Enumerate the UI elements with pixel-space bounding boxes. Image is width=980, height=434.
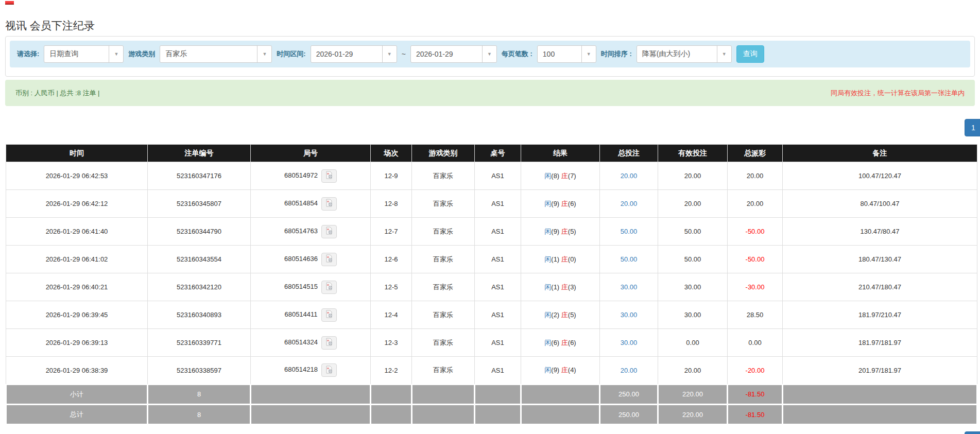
notice-text: 同局有效投注，统一计算在该局第一张注单内 (831, 89, 965, 98)
table-row: 2026-01-29 06:39:45523160340893680514411… (6, 301, 977, 329)
footer-empty-cell (251, 405, 371, 425)
film-reel-icon (325, 227, 333, 236)
video-replay-button[interactable] (321, 363, 337, 377)
page-size-select[interactable]: 100 ▼ (537, 45, 596, 63)
footer-empty-cell (412, 385, 475, 405)
cell-session: 12-5 (371, 273, 412, 301)
cell-time: 2026-01-29 06:39:13 (6, 329, 148, 357)
table-row: 2026-01-29 06:41:02523160343554680514636… (6, 246, 977, 273)
film-reel-icon (325, 282, 333, 292)
cell-round-no: 680514854 (251, 190, 371, 218)
chevron-down-icon: ▼ (581, 46, 596, 62)
cell-valid-bet: 20.00 (658, 357, 728, 385)
time-sort-select[interactable]: 降冪(由大到小) ▼ (637, 45, 732, 63)
footer-empty-cell (412, 405, 475, 425)
total-bet-link[interactable]: 30.00 (621, 339, 638, 346)
header-valid-bet: 有效投注 (658, 145, 728, 162)
cell-result: 闲(8) 庄(7) (521, 162, 600, 190)
total-bet-link[interactable]: 30.00 (621, 283, 638, 291)
video-replay-button[interactable] (321, 197, 337, 211)
table-row: 2026-01-29 06:41:40523160344790680514763… (6, 218, 977, 246)
cell-round-no: 680514763 (251, 218, 371, 246)
game-category-label: 游戏类别 (128, 49, 155, 59)
cell-session: 12-9 (371, 162, 412, 190)
date-from-select[interactable]: 2026-01-29 ▼ (311, 45, 397, 63)
cell-payout: -20.00 (728, 357, 783, 385)
cell-game: 百家乐 (412, 357, 475, 385)
cell-game: 百家乐 (412, 218, 475, 246)
footer-empty-cell (475, 385, 521, 405)
result-player: 闲 (544, 366, 551, 374)
film-reel-icon (325, 366, 333, 375)
result-player: 闲 (544, 283, 551, 291)
game-category-select[interactable]: 百家乐 ▼ (160, 45, 272, 63)
round-no-text: 680514324 (284, 338, 318, 346)
cell-time: 2026-01-29 06:41:02 (6, 246, 148, 273)
chevron-down-icon: ▼ (482, 46, 496, 62)
total-bet-link[interactable]: 20.00 (621, 200, 638, 207)
video-replay-button[interactable] (321, 169, 337, 183)
round-no-text: 680514411 (284, 310, 317, 318)
chevron-down-icon: ▼ (717, 46, 731, 62)
cell-game: 百家乐 (412, 190, 475, 218)
video-replay-button[interactable] (321, 253, 337, 266)
cell-payout: -50.00 (728, 218, 783, 246)
header-session: 场次 (371, 145, 412, 162)
total-bet-link[interactable]: 50.00 (621, 228, 638, 235)
cell-time: 2026-01-29 06:39:45 (6, 301, 148, 329)
video-replay-button[interactable] (321, 308, 337, 322)
table-row: 2026-01-29 06:42:53523160347176680514972… (6, 162, 977, 190)
cell-table-no: AS1 (475, 218, 521, 246)
total-bet-link[interactable]: 20.00 (621, 172, 638, 180)
grand-total-row: 总计 8 250.00 220.00 -81.50 (6, 405, 977, 425)
chevron-down-icon: ▼ (257, 46, 271, 62)
cell-session: 12-4 (371, 301, 412, 329)
table-footer: 小计 8 250.00 220.00 -81.50 总计 8 250.00 22… (6, 385, 977, 425)
filter-panel: 请选择: 日期查询 ▼ 游戏类别 百家乐 ▼ 时间区间: 2026-01-29 … (5, 36, 975, 77)
grand-total-total-bet: 250.00 (600, 405, 658, 425)
page-1-button-bottom[interactable]: 1 (965, 431, 980, 434)
round-no-text: 680514636 (284, 255, 318, 263)
cell-round-no: 680514218 (251, 357, 371, 385)
cell-valid-bet: 50.00 (658, 246, 728, 273)
cell-table-no: AS1 (475, 190, 521, 218)
page-1-button[interactable]: 1 (965, 119, 980, 136)
film-reel-icon (325, 338, 333, 348)
cell-remark: 210.47/180.47 (783, 273, 977, 301)
cell-total-bet: 30.00 (600, 273, 658, 301)
cell-bet-no: 523160347176 (148, 162, 251, 190)
result-player: 闲 (544, 172, 551, 180)
result-banker: 庄 (561, 228, 568, 235)
cell-total-bet: 20.00 (600, 162, 658, 190)
video-replay-button[interactable] (321, 281, 337, 294)
header-total-bet: 总投注 (600, 145, 658, 162)
video-replay-button[interactable] (321, 336, 337, 350)
round-no-text: 680514218 (284, 366, 318, 374)
result-player: 闲 (544, 311, 551, 319)
film-reel-icon (325, 199, 333, 209)
cell-session: 12-7 (371, 218, 412, 246)
footer-empty-cell (251, 385, 371, 405)
total-bet-link[interactable]: 20.00 (621, 367, 638, 374)
cell-session: 12-3 (371, 329, 412, 357)
date-to-select[interactable]: 2026-01-29 ▼ (410, 45, 497, 63)
total-bet-link[interactable]: 50.00 (621, 255, 638, 263)
round-no-text: 680514972 (284, 171, 318, 179)
cell-table-no: AS1 (475, 329, 521, 357)
film-reel-icon (325, 310, 333, 320)
date-range-label: 时间区间: (277, 49, 305, 59)
cell-remark: 181.97/181.97 (783, 329, 977, 357)
cell-valid-bet: 0.00 (658, 329, 728, 357)
query-type-select[interactable]: 日期查询 ▼ (44, 45, 124, 63)
cell-bet-no: 523160338597 (148, 357, 251, 385)
cell-game: 百家乐 (412, 162, 475, 190)
video-replay-button[interactable] (321, 225, 337, 238)
cell-result: 闲(6) 庄(6) (521, 329, 600, 357)
cell-valid-bet: 20.00 (658, 190, 728, 218)
total-bet-link[interactable]: 30.00 (621, 311, 638, 319)
subtotal-count: 8 (148, 385, 251, 405)
search-button[interactable]: 查询 (736, 45, 764, 63)
cell-time: 2026-01-29 06:42:53 (6, 162, 148, 190)
cell-game: 百家乐 (412, 301, 475, 329)
cell-table-no: AS1 (475, 357, 521, 385)
